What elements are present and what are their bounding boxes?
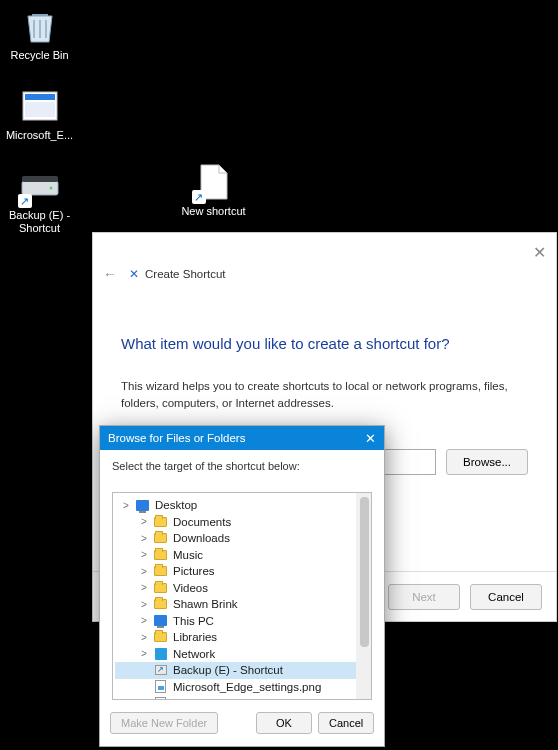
tree-row-label: Documents [172,516,231,528]
tree-row-label: Backup (E) - Shortcut [172,664,283,676]
node-icon [153,696,168,700]
expand-chevron-icon[interactable]: > [139,549,149,560]
desktop-icon-backup-shortcut[interactable]: ↗ Backup (E) - Shortcut [2,166,77,235]
node-icon [153,630,168,644]
make-new-folder-button[interactable]: Make New Folder [110,712,218,734]
node-icon [135,498,150,512]
node-icon [153,515,168,529]
breadcrumb-marker-icon: ✕ [129,267,139,281]
tree-row-label: Libraries [172,631,217,643]
svg-rect-4 [22,176,58,182]
node-icon [153,647,168,661]
ok-button[interactable]: OK [256,712,312,734]
tree-row-label: Microsoft_Edge_settings.png [172,681,321,693]
cancel-button[interactable]: Cancel [470,584,542,610]
node-icon [153,680,168,694]
recycle-bin-icon [20,6,60,46]
browse-dialog: Browse for Files or Folders ✕ Select the… [99,425,385,747]
close-icon[interactable]: ✕ [365,431,376,446]
folder-tree: >Desktop>Documents>Downloads>Music>Pictu… [112,492,372,700]
browse-footer: Make New Folder OK Cancel [100,704,384,742]
image-file-icon [20,86,60,126]
expand-chevron-icon[interactable]: > [139,599,149,610]
browse-button[interactable]: Browse... [446,449,528,475]
blank-shortcut-icon: ↗ [194,162,234,202]
svg-point-5 [49,187,52,190]
wizard-breadcrumb: ✕Create Shortcut [129,267,226,281]
node-icon [153,663,168,677]
tree-row-label: Network [172,648,215,660]
node-icon [153,531,168,545]
expand-chevron-icon[interactable]: > [139,566,149,577]
expand-chevron-icon[interactable]: > [139,533,149,544]
tree-row-label: Desktop [154,499,197,511]
svg-rect-3 [22,181,58,195]
svg-rect-2 [25,102,55,117]
back-arrow-icon[interactable]: ← [103,266,117,282]
tree-row[interactable]: >Libraries [115,629,369,646]
node-icon [153,564,168,578]
expand-chevron-icon[interactable]: > [121,500,131,511]
desktop-icon-label: Recycle Bin [10,49,68,62]
tree-scrollbar[interactable] [356,493,371,699]
tree-row[interactable]: >Desktop [115,497,369,514]
expand-chevron-icon[interactable]: > [139,615,149,626]
tree-row[interactable]: >This PC [115,613,369,630]
tree-row[interactable]: Microsoft_Edge_settings.png [115,679,369,696]
wizard-heading: What item would you like to create a sho… [121,335,528,352]
close-icon[interactable]: ✕ [533,243,546,262]
expand-chevron-icon[interactable]: > [139,582,149,593]
node-icon [153,597,168,611]
tree-row[interactable]: >Pictures [115,563,369,580]
desktop-icon-label: Microsoft_E... [6,129,73,142]
tree-row[interactable]: >Network [115,646,369,663]
tree-row-label: This PC [172,615,214,627]
tree-row[interactable]: >Shawn Brink [115,596,369,613]
desktop-icon-edge-settings[interactable]: Microsoft_E... [2,86,77,142]
desktop-icon-label: Backup (E) - Shortcut [2,209,77,235]
desktop-icon-label: New shortcut [181,205,245,218]
tree-row-label: Pictures [172,565,215,577]
browse-titlebar[interactable]: Browse for Files or Folders ✕ [100,426,384,450]
drive-shortcut-icon: ↗ [20,166,60,206]
tree-row[interactable]: >Downloads [115,530,369,547]
tree-row[interactable]: >Documents [115,514,369,531]
desktop-icon-recycle-bin[interactable]: Recycle Bin [2,6,77,62]
wizard-titlebar: ← ✕Create Shortcut ✕ [93,233,556,281]
tree-row-label: New shortcut [172,697,240,700]
svg-rect-1 [25,94,55,100]
cancel-button[interactable]: Cancel [318,712,374,734]
browse-instruction: Select the target of the shortcut below: [100,450,384,478]
node-icon [153,614,168,628]
tree-row-label: Music [172,549,203,561]
tree-row[interactable]: Backup (E) - Shortcut [115,662,369,679]
desktop-icon-new-shortcut[interactable]: ↗ New shortcut [176,162,251,218]
node-icon [153,581,168,595]
tree-row[interactable]: >Music [115,547,369,564]
wizard-intro-text: This wizard helps you to create shortcut… [121,378,528,413]
tree-row[interactable]: >Videos [115,580,369,597]
tree-row-label: Shawn Brink [172,598,238,610]
tree-row-label: Downloads [172,532,230,544]
expand-chevron-icon[interactable]: > [139,632,149,643]
node-icon [153,548,168,562]
tree-row[interactable]: New shortcut [115,695,369,700]
expand-chevron-icon[interactable]: > [139,648,149,659]
expand-chevron-icon[interactable]: > [139,516,149,527]
next-button[interactable]: Next [388,584,460,610]
tree-row-label: Videos [172,582,208,594]
browse-title-text: Browse for Files or Folders [108,432,245,444]
